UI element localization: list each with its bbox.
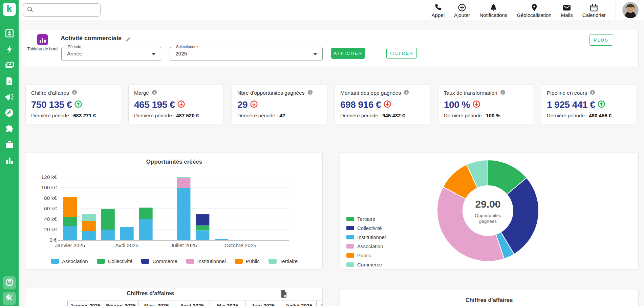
- app-logo[interactable]: k: [3, 3, 16, 16]
- chevron-down-icon: [313, 53, 317, 55]
- tools-icon: [5, 293, 14, 304]
- info-icon[interactable]: [590, 90, 595, 96]
- donut-legend-item[interactable]: Commerce: [346, 262, 386, 267]
- bar-chart[interactable]: 0 €20 k€40 k€60 k€80 k€100 k€120 k€Janvi…: [26, 152, 323, 252]
- sidebar-item-marketing[interactable]: [0, 89, 19, 105]
- legend-swatch: [346, 253, 354, 258]
- kpi-head: Chiffre d'affaires: [31, 90, 115, 96]
- kpi-card-3: Montant des opp gagnées698 916 €Dernière…: [335, 84, 430, 124]
- kpi-card-5: Pipeline en cours1 925 441 €Dernière pér…: [541, 84, 637, 124]
- bar-chart-legend: AssociationCollectivitéCommerceInstituti…: [26, 258, 322, 264]
- revenue-table-header-row: Janvier 2025Février 2025Mars 2025Avril 2…: [68, 301, 323, 306]
- kpi-value-row: 29: [237, 99, 322, 110]
- revenue-table-title: Chiffres d'affaires: [26, 290, 275, 297]
- table-column-header: Septembre 2025: [317, 301, 323, 306]
- legend-label: Institutionnel: [197, 258, 226, 264]
- annee-label: Sélectionnez: [174, 45, 200, 49]
- export-file-icon[interactable]: [281, 290, 287, 299]
- sidebar-item-statistiques[interactable]: [0, 152, 19, 168]
- legend-label: Institutionnel: [357, 234, 386, 240]
- kpi-value-row: 100 %: [444, 99, 528, 110]
- topbar-item-label: Ajouter: [454, 13, 470, 18]
- svg-text:60 k€: 60 k€: [44, 206, 57, 211]
- donut-legend-item[interactable]: Collectivité: [346, 225, 386, 231]
- legend-swatch: [346, 226, 354, 230]
- legend-swatch: [269, 259, 277, 264]
- bar-legend-item[interactable]: Public: [235, 258, 260, 264]
- plus-button[interactable]: PLUS: [589, 34, 613, 46]
- global-search[interactable]: [23, 3, 101, 17]
- kpi-value-row: 1 925 441 €: [547, 99, 631, 110]
- help-button[interactable]: [3, 276, 16, 289]
- info-icon[interactable]: [404, 90, 409, 96]
- info-icon[interactable]: [72, 90, 77, 96]
- bar-legend-item[interactable]: Collectivité: [97, 258, 133, 264]
- svg-text:$: $: [8, 79, 10, 84]
- sidebar-item-factures[interactable]: $: [0, 73, 19, 89]
- info-icon[interactable]: [500, 90, 506, 96]
- donut-slice-association[interactable]: [437, 187, 504, 261]
- revenue-table: Janvier 2025Février 2025Mars 2025Avril 2…: [67, 301, 323, 306]
- donut-legend-item[interactable]: Tertiaire: [346, 216, 386, 222]
- table-column-header: Mai 2025: [210, 301, 245, 306]
- kpi-head: Montant des opp gagnées: [340, 90, 425, 96]
- search-input[interactable]: [36, 7, 104, 13]
- topbar-item-appel[interactable]: Appel: [432, 0, 445, 18]
- sidebar-footer: [3, 276, 16, 305]
- edit-title-icon[interactable]: [125, 37, 131, 44]
- topbar-item-geolocalisation[interactable]: Géolocalisation: [517, 0, 552, 18]
- bar-legend-item[interactable]: Association: [51, 258, 88, 264]
- table-column-header: Avril 2025: [174, 301, 210, 306]
- sidebar-item-services[interactable]: [0, 105, 19, 121]
- topbar-item-ajouter[interactable]: Ajouter: [454, 0, 470, 18]
- revenue-table-card: Chiffres d'affaires Janvier 2025Février …: [26, 287, 323, 306]
- bar-legend-item[interactable]: Tertiaire: [269, 258, 298, 264]
- sidebar-item-contacts[interactable]: [0, 25, 19, 41]
- briefcase-icon: [5, 141, 14, 149]
- donut-legend-item[interactable]: Association: [346, 243, 386, 249]
- topbar-item-mails[interactable]: Mails: [561, 0, 573, 18]
- periode-select[interactable]: Période Année: [61, 47, 161, 61]
- topbar-item-calendrier[interactable]: Calendrier: [582, 0, 606, 18]
- sidebar-item-paiements[interactable]: [0, 57, 19, 73]
- donut-legend-item[interactable]: Institutionnel: [346, 234, 386, 240]
- kpi-last-period: Dernière période : 100 %: [444, 113, 528, 118]
- kpi-value: 698 916 €: [340, 99, 381, 110]
- legend-label: Tertiaire: [280, 258, 298, 264]
- topbar-item-label: Calendrier: [582, 13, 606, 18]
- kpi-value-row: 698 916 €: [340, 99, 425, 110]
- table-column-header: Février 2025: [103, 301, 139, 306]
- info-icon[interactable]: [152, 90, 157, 96]
- donut-legend-item[interactable]: Public: [346, 253, 386, 258]
- topbar-item-notifications[interactable]: Notifications: [480, 0, 508, 18]
- legend-swatch: [235, 259, 243, 264]
- annee-select[interactable]: Sélectionnez 2025: [170, 47, 323, 61]
- kpi-value: 1 925 441 €: [547, 99, 595, 110]
- bar-legend-item[interactable]: Commerce: [141, 258, 177, 264]
- dashboard-module-icon[interactable]: [37, 34, 48, 45]
- bar-chart-card: Opportunités créées 0 €20 k€40 k€60 k€80…: [26, 152, 323, 269]
- tools-button[interactable]: [3, 292, 16, 305]
- svg-text:100 k€: 100 k€: [41, 185, 57, 190]
- filtrer-button[interactable]: FILTRER: [386, 48, 417, 59]
- legend-label: Public: [246, 258, 260, 264]
- filter-card: Tableau de bord Activité commerciale Pér…: [22, 30, 639, 67]
- app-logo-letter: k: [6, 4, 12, 14]
- legend-swatch: [51, 259, 59, 264]
- sidebar-item-produits[interactable]: [0, 137, 19, 152]
- topbar-item-label: Notifications: [480, 13, 508, 18]
- legend-swatch: [346, 244, 354, 249]
- bar-legend-item[interactable]: Institutionnel: [186, 258, 226, 264]
- trend-up-icon: [598, 100, 605, 109]
- user-avatar[interactable]: [622, 2, 639, 18]
- info-icon[interactable]: [307, 90, 313, 96]
- sidebar-item-integrations[interactable]: [0, 121, 19, 137]
- legend-label: Commerce: [152, 258, 177, 264]
- legend-label: Collectivité: [357, 225, 382, 231]
- envelope-icon: [563, 3, 571, 11]
- legend-swatch: [186, 259, 194, 264]
- legend-swatch: [346, 217, 354, 221]
- afficher-button[interactable]: AFFICHER: [331, 48, 365, 59]
- sidebar-item-activites[interactable]: [0, 41, 19, 57]
- kpi-last-period: Dernière période : 42: [237, 113, 322, 118]
